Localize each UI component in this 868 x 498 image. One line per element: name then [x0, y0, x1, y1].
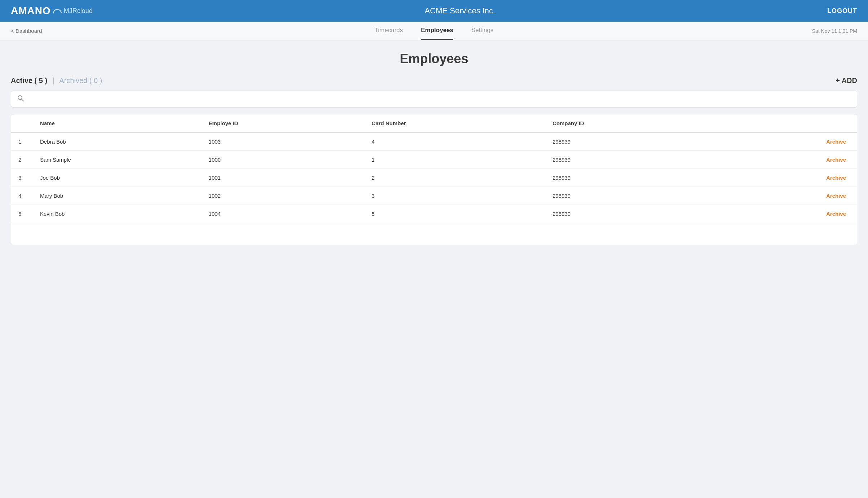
archive-button-1[interactable]: Archive [826, 157, 846, 163]
cell-card-number-1: 1 [365, 151, 546, 169]
cell-num-1: 2 [11, 151, 33, 169]
cell-employee-id-4: 1004 [202, 205, 365, 223]
cell-company-id-1: 298939 [545, 151, 716, 169]
filter-tabs: Active ( 5 ) | Archived ( 0 ) [11, 77, 102, 85]
cell-num-4: 5 [11, 205, 33, 223]
col-header-employee-id: Employe ID [202, 114, 365, 132]
cell-company-id-3: 298939 [545, 187, 716, 205]
table-row: 1 Debra Bob 1003 4 298939 Archive [11, 132, 857, 151]
table-row: 5 Kevin Bob 1004 5 298939 Archive [11, 205, 857, 223]
search-input[interactable] [28, 96, 851, 102]
cell-company-id-2: 298939 [545, 169, 716, 187]
cell-employee-id-0: 1003 [202, 132, 365, 151]
cell-name-1: Sam Sample [33, 151, 202, 169]
search-box [11, 91, 857, 108]
page-title: Employees [11, 51, 857, 66]
cell-company-id-4: 298939 [545, 205, 716, 223]
logout-button[interactable]: LOGOUT [827, 7, 857, 15]
cell-name-3: Mary Bob [33, 187, 202, 205]
logo: AMANO MJRcloud [11, 5, 93, 17]
cell-employee-id-1: 1000 [202, 151, 365, 169]
empty-cell [11, 223, 857, 245]
cell-num-0: 1 [11, 132, 33, 151]
col-header-num [11, 114, 33, 132]
cell-card-number-2: 2 [365, 169, 546, 187]
filter-separator: | [52, 77, 54, 85]
cell-archive-4: Archive [716, 205, 857, 223]
table-row: 3 Joe Bob 1001 2 298939 Archive [11, 169, 857, 187]
filter-active-tab[interactable]: Active ( 5 ) [11, 77, 47, 85]
logo-arc-icon [53, 9, 62, 13]
cell-card-number-0: 4 [365, 132, 546, 151]
tab-timecards[interactable]: Timecards [375, 22, 403, 40]
table-row: 2 Sam Sample 1000 1 298939 Archive [11, 151, 857, 169]
cell-employee-id-3: 1002 [202, 187, 365, 205]
table-header-row: Name Employe ID Card Number Company ID [11, 114, 857, 132]
col-header-action [716, 114, 857, 132]
cell-employee-id-2: 1001 [202, 169, 365, 187]
cell-archive-3: Archive [716, 187, 857, 205]
header: AMANO MJRcloud ACME Services Inc. LOGOUT [0, 0, 868, 22]
cell-archive-0: Archive [716, 132, 857, 151]
cell-company-id-0: 298939 [545, 132, 716, 151]
filter-archived-tab[interactable]: Archived ( 0 ) [59, 77, 102, 85]
cell-num-3: 4 [11, 187, 33, 205]
nav-bar: < Dashboard Timecards Employees Settings… [0, 22, 868, 40]
logo-mjrcloud: MJRcloud [64, 7, 93, 15]
archive-button-0[interactable]: Archive [826, 139, 846, 145]
archive-button-4[interactable]: Archive [826, 211, 846, 217]
archive-button-3[interactable]: Archive [826, 193, 846, 199]
table-empty-row [11, 223, 857, 245]
add-employee-button[interactable]: + ADD [836, 77, 857, 85]
employees-table-container: Name Employe ID Card Number Company ID 1… [11, 114, 857, 245]
cell-card-number-3: 3 [365, 187, 546, 205]
archive-button-2[interactable]: Archive [826, 175, 846, 181]
col-header-card-number: Card Number [365, 114, 546, 132]
search-icon [17, 95, 24, 104]
cell-name-4: Kevin Bob [33, 205, 202, 223]
tab-employees[interactable]: Employees [421, 22, 453, 40]
datetime: Sat Nov 11 1:01 PM [812, 28, 857, 34]
cell-name-2: Joe Bob [33, 169, 202, 187]
tab-settings[interactable]: Settings [471, 22, 493, 40]
cell-archive-2: Archive [716, 169, 857, 187]
logo-amano: AMANO [11, 5, 51, 17]
back-to-dashboard[interactable]: < Dashboard [11, 28, 42, 34]
col-header-name: Name [33, 114, 202, 132]
cell-archive-1: Archive [716, 151, 857, 169]
table-row: 4 Mary Bob 1002 3 298939 Archive [11, 187, 857, 205]
svg-line-1 [22, 99, 23, 101]
employees-table: Name Employe ID Card Number Company ID 1… [11, 114, 857, 245]
filter-row: Active ( 5 ) | Archived ( 0 ) + ADD [11, 77, 857, 85]
nav-tabs: Timecards Employees Settings [375, 22, 494, 40]
cell-name-0: Debra Bob [33, 132, 202, 151]
col-header-company-id: Company ID [545, 114, 716, 132]
main-content: Employees Active ( 5 ) | Archived ( 0 ) … [0, 40, 868, 256]
cell-card-number-4: 5 [365, 205, 546, 223]
cell-num-2: 3 [11, 169, 33, 187]
company-title: ACME Services Inc. [425, 6, 495, 16]
